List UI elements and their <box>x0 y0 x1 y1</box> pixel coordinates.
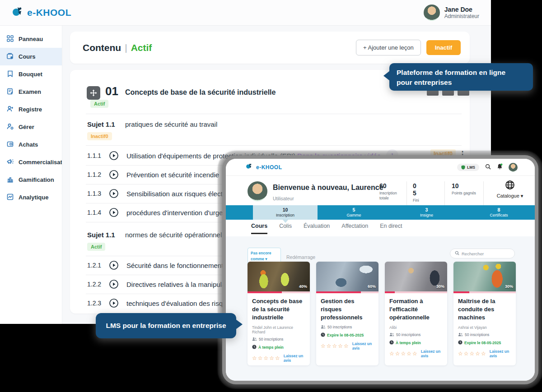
course-icon <box>6 52 14 61</box>
inactive-toggle-button[interactable]: Inactif <box>426 40 461 55</box>
progress-percent: 30% <box>436 284 444 289</box>
drag-handle-icon[interactable] <box>87 86 100 100</box>
course-card[interactable]: 40% Concepts de base de la sécurité indu… <box>248 262 310 365</box>
brand-logo-icon <box>246 163 252 171</box>
leave-review-link[interactable]: Laissez un avis <box>421 349 443 358</box>
tab-cours[interactable]: Cours <box>251 223 267 234</box>
sidebar-item-cours[interactable]: Cours <box>0 48 62 65</box>
catalogue-menu[interactable]: Catalogue ▾ <box>490 180 530 199</box>
star-rating[interactable]: ☆☆☆☆☆ <box>252 355 281 361</box>
tab-affectation[interactable]: Affectation <box>341 223 368 234</box>
leave-review-link[interactable]: Laissez un avis <box>284 354 305 363</box>
notifications-icon[interactable] <box>497 163 503 171</box>
sidebar-item-bouquet[interactable]: Bouquet <box>0 65 62 83</box>
sidebar-item-gerer[interactable]: Gérer <box>0 118 62 136</box>
people-icon <box>321 325 326 330</box>
subject-status-badge: Actif <box>87 243 105 251</box>
progress-percent: 40% <box>299 284 307 289</box>
row-number: 1.1.1 <box>87 152 101 159</box>
leave-review-link[interactable]: Laissez un avis <box>490 349 511 358</box>
sidebar-item-commercialisation[interactable]: Commercialisati <box>0 153 62 171</box>
tab-en-direct[interactable]: En direct <box>380 223 402 234</box>
add-lesson-button[interactable]: + Ajouter une leçon <box>356 40 421 55</box>
page-title-text: Contenu <box>83 42 121 53</box>
brand-logo: e-KHOOL <box>12 6 71 19</box>
subject-status-badge: Inactif0 <box>87 132 112 140</box>
search-icon[interactable] <box>485 163 491 171</box>
stat-points: 10 Points gagnés <box>452 182 479 196</box>
play-icon[interactable] <box>109 170 119 181</box>
sidebar-item-achats[interactable]: Achats <box>0 136 62 153</box>
learner-window: e-KHOOL LMS Bienvenue à nouveau, Laurenc… <box>226 159 535 381</box>
search-input[interactable]: Rechercher <box>450 249 515 258</box>
tab-colis[interactable]: Colis <box>279 223 292 234</box>
course-author: Ashrai et Vijayan <box>458 325 511 330</box>
segment-insigne[interactable]: 3 Insigne <box>390 205 463 220</box>
course-card[interactable]: 30% Formation à l'efficacité opérationne… <box>385 262 447 365</box>
sidebar-item-panneau[interactable]: Panneau <box>0 30 62 48</box>
sidebar-item-label: Examen <box>19 88 41 95</box>
sidebar-item-label: Registre <box>19 106 42 113</box>
star-rating[interactable]: ☆☆☆☆☆ <box>321 343 350 349</box>
learner-window-frame: e-KHOOL LMS Bienvenue à nouveau, Laurenc… <box>222 155 538 384</box>
subject-title: pratiques de sécurité au travail <box>125 120 217 128</box>
star-rating[interactable]: ☆☆☆☆☆ <box>389 350 418 357</box>
play-icon[interactable] <box>109 298 119 310</box>
play-icon[interactable] <box>109 189 119 200</box>
row-number: 1.1.2 <box>87 171 101 178</box>
brand-name: e-KHOOL <box>27 7 71 18</box>
course-enrollments: 50 inscriptions <box>259 337 283 341</box>
play-icon[interactable] <box>109 279 119 291</box>
course-schedule: Expire le 08-05-2025 <box>464 341 501 345</box>
sidebar-item-label: Analytique <box>19 194 48 201</box>
user-settings-icon <box>6 123 14 132</box>
sidebar-item-label: Commercialisati <box>19 159 62 166</box>
course-author: Alibi <box>389 325 443 330</box>
learner-tabs: Cours Colis Évaluation Affectation En di… <box>251 223 402 234</box>
play-icon[interactable] <box>109 208 119 219</box>
learner-avatar[interactable] <box>509 163 518 172</box>
leave-review-link[interactable]: Laissez un avis <box>352 341 374 350</box>
user-name: Jane Doe <box>444 6 479 13</box>
sidebar-item-gamification[interactable]: Gamification <box>0 171 62 189</box>
user-avatar[interactable] <box>424 5 440 21</box>
row-number: 1.2.3 <box>87 300 101 307</box>
tab-evaluation[interactable]: Évaluation <box>304 223 330 234</box>
progress-segment-bar: 10 Inscription 5 Gamme 3 Insigne 8 Certi… <box>226 205 535 220</box>
course-thumbnail: 30% <box>453 262 516 291</box>
course-author: Tindel John et Laurence Richard <box>252 325 305 334</box>
play-icon[interactable] <box>109 260 119 272</box>
segment-certificats[interactable]: 8 Certificats <box>463 205 535 220</box>
clock-icon <box>458 340 463 346</box>
segment-gamme[interactable]: 5 Gamme <box>318 205 390 220</box>
row-title: Directives relatives à la manipulatio <box>126 281 233 288</box>
course-thumbnail: 30% <box>385 262 447 291</box>
course-card[interactable]: 30% Maîtrise de la conduite des machines… <box>453 262 516 365</box>
row-number: 1.2.2 <box>87 281 101 288</box>
sidebar-item-registre[interactable]: Registre <box>0 101 62 118</box>
course-schedule: Expire le 08-05-2025 <box>327 333 364 337</box>
play-icon[interactable] <box>109 151 119 162</box>
course-card[interactable]: 60% Gestion des risques professionnels 5… <box>316 262 378 365</box>
course-title: Concepts de base de la sécurité industri… <box>252 297 305 322</box>
user-menu[interactable]: Jane Doe Administrateur <box>424 5 479 21</box>
clock-icon <box>321 332 325 338</box>
subject-title: normes de sécurité opérationnelle <box>125 231 227 239</box>
subject-number: Sujet 1.1 <box>87 120 115 128</box>
row-title: Sensibilisation aux risques électriqu <box>126 190 234 198</box>
welcome-greeting: Bienvenue à nouveau, Laurence <box>273 184 383 192</box>
sidebar-item-examen[interactable]: Examen <box>0 83 62 101</box>
sidebar-item-analytique[interactable]: Analytique <box>0 189 62 206</box>
segment-inscription[interactable]: 10 Inscription <box>253 205 318 220</box>
exam-icon <box>6 88 14 97</box>
learner-profile-avatar <box>248 181 267 201</box>
row-title: techniques d'évaluation des risque <box>126 300 230 307</box>
user-role: Administrateur <box>444 13 479 19</box>
course-thumbnail: 40% <box>248 262 310 291</box>
stat-finished: 0 5 Fini <box>413 182 438 203</box>
stat-total-enrollment: 60 Inscription totale <box>379 182 405 201</box>
sidebar-item-label: Cours <box>19 53 36 60</box>
lms-mode-pill[interactable]: LMS <box>457 164 479 171</box>
star-rating[interactable]: ☆☆☆☆☆ <box>458 350 487 357</box>
restart-filter[interactable]: Redémarrage <box>286 254 315 260</box>
